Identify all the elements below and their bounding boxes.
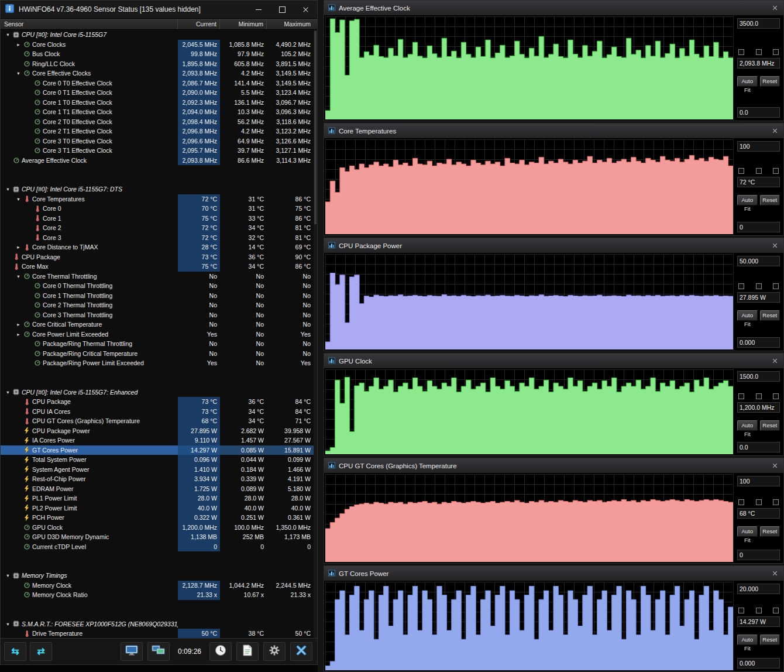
axis-max-value[interactable]: 50.000 <box>737 256 780 266</box>
report-button[interactable] <box>236 642 259 661</box>
scale-checkbox-1[interactable] <box>738 283 744 289</box>
sensor-row[interactable]: Total System Power0.096 W0.044 W0.099 W <box>1 455 317 465</box>
sensor-group-row[interactable]: ▾CPU [#0]: Intel Core i5-1155G7: DTS <box>1 184 317 194</box>
sensor-row[interactable]: CPU Package Power27.895 W2.682 W39.958 W <box>1 426 317 436</box>
chevron-right-icon[interactable]: ▸ <box>15 242 22 252</box>
scale-checkbox-2[interactable] <box>756 168 762 174</box>
chevron-down-icon[interactable]: ▾ <box>4 388 12 397</box>
auto-fit-button[interactable]: Auto Fit <box>737 76 758 87</box>
sensor-row[interactable]: Core 175 °C33 °C86 °C <box>1 214 317 224</box>
scale-checkbox-3[interactable] <box>773 49 779 55</box>
sensor-row[interactable]: Core 070 °C31 °C75 °C <box>1 204 317 214</box>
sensor-row[interactable]: Core 372 °C32 °C81 °C <box>1 233 317 243</box>
sensor-row[interactable]: CPU IA Cores73 °C34 °C84 °C <box>1 407 317 417</box>
graph-titlebar[interactable]: CPU Package Power <box>324 238 783 253</box>
reset-button[interactable]: Reset <box>760 76 780 87</box>
axis-min-value[interactable]: 0 <box>737 550 780 560</box>
chevron-down-icon[interactable]: ▾ <box>15 68 22 78</box>
sensor-row[interactable]: Core 2 Thermal ThrottlingNoNoNo <box>1 300 317 310</box>
sensor-row[interactable]: ▸Core Power Limit ExceededYesNoYes <box>1 330 317 340</box>
sensor-row[interactable]: Core 272 °C34 °C81 °C <box>1 223 317 233</box>
scan-forward-button[interactable]: ⇄ <box>30 642 52 661</box>
sensor-row[interactable]: Ring/LLC Clock1,895.8 MHz605.8 MHz3,891.… <box>1 59 317 69</box>
sensor-row[interactable]: ▸Core Critical TemperatureNoNoNo <box>1 320 317 330</box>
sensor-row[interactable]: ▸Core Distance to TjMAX28 °C14 °C69 °C <box>1 242 317 252</box>
graph-titlebar[interactable]: GPU Clock <box>324 354 783 368</box>
scale-checkbox-1[interactable] <box>738 168 744 174</box>
vertical-scrollbar[interactable] <box>314 30 317 638</box>
window-titlebar[interactable]: HWiNFO64 v7.36-4960 Sensor Status [135 v… <box>1 1 317 18</box>
sensor-row[interactable]: PL2 Power Limit40.0 W40.0 W40.0 W <box>1 503 317 513</box>
axis-min-value[interactable]: 0.000 <box>737 658 780 668</box>
sensor-row[interactable]: ▾Core Thermal ThrottlingNoNoNo <box>1 272 317 282</box>
sensor-row[interactable]: GPU D3D Memory Dynamic1,138 MB252 MB1,17… <box>1 532 317 542</box>
sensor-row[interactable]: IA Cores Power9.110 W1.457 W27.567 W <box>1 436 317 445</box>
maximize-button[interactable] <box>270 1 294 18</box>
sensor-row[interactable]: Average Effective Clock2,093.8 MHz86.6 M… <box>1 156 317 166</box>
column-current[interactable]: Current <box>178 19 220 29</box>
auto-fit-button[interactable]: Auto Fit <box>737 195 758 205</box>
sensor-row[interactable]: CPU Package73 °C36 °C90 °C <box>1 252 317 262</box>
reset-button[interactable]: Reset <box>760 195 780 205</box>
sensor-row[interactable]: Core 2 T0 Effective Clock2,098.4 MHz56.2… <box>1 117 317 127</box>
sensor-row[interactable]: Core 1 T1 Effective Clock2,094.0 MHz10.3… <box>1 107 317 117</box>
scan-backward-button[interactable]: ⇆ <box>4 642 26 661</box>
scale-checkbox-3[interactable] <box>773 393 779 399</box>
scale-checkbox-2[interactable] <box>756 49 762 55</box>
graph-close-button[interactable] <box>770 4 779 13</box>
sensor-row[interactable]: Package/Ring Critical TemperatureNoNoNo <box>1 349 317 359</box>
scale-checkbox-3[interactable] <box>773 608 779 613</box>
sensor-group-row[interactable]: ▾S.M.A.R.T.: FORESEE XP1000F512G (NE8069… <box>1 619 317 629</box>
sensor-row[interactable]: EDRAM Power1.725 W0.089 W5.180 W <box>1 484 317 494</box>
scrollbar-thumb[interactable] <box>314 31 317 224</box>
axis-min-value[interactable]: 0.0 <box>737 442 780 452</box>
close-button[interactable] <box>294 1 317 18</box>
graph-titlebar[interactable]: Average Effective Clock <box>324 1 783 15</box>
sensor-row[interactable]: ▾Core Temperatures72 °C31 °C86 °C <box>1 194 317 204</box>
chevron-down-icon[interactable]: ▾ <box>4 184 12 194</box>
sensor-row[interactable]: System Agent Power1.410 W0.184 W1.466 W <box>1 465 317 475</box>
sensor-row[interactable]: Core 0 T0 Effective Clock2,086.7 MHz141.… <box>1 78 317 88</box>
scale-checkbox-3[interactable] <box>773 168 779 174</box>
sensor-row[interactable]: Core 2 T1 Effective Clock2,096.8 MHz4.2 … <box>1 126 317 136</box>
graph-close-button[interactable] <box>770 126 779 136</box>
axis-max-value[interactable]: 100 <box>737 476 780 486</box>
chevron-down-icon[interactable]: ▾ <box>4 571 12 580</box>
exit-button[interactable] <box>290 642 312 661</box>
auto-fit-button[interactable]: Auto Fit <box>737 310 758 321</box>
sensor-row[interactable]: Core 1 T0 Effective Clock2,092.3 MHz136.… <box>1 98 317 108</box>
chevron-down-icon[interactable]: ▾ <box>15 272 22 281</box>
system-summary-button[interactable] <box>121 642 143 661</box>
chevron-down-icon[interactable]: ▾ <box>4 619 12 629</box>
sensor-row[interactable]: Core 0 Thermal ThrottlingNoNoNo <box>1 281 317 291</box>
remote-sensor-button[interactable] <box>147 642 170 661</box>
scale-checkbox-1[interactable] <box>738 49 744 55</box>
sensor-group-row[interactable]: ▾Memory Timings <box>1 571 317 581</box>
reset-button[interactable]: Reset <box>760 420 780 431</box>
sensor-row[interactable]: Package/Ring Power Limit ExceededYesNoYe… <box>1 358 317 368</box>
auto-fit-button[interactable]: Auto Fit <box>737 526 758 537</box>
sensor-row[interactable]: Core 3 T1 Effective Clock2,095.7 MHz39.7… <box>1 146 317 156</box>
auto-fit-button[interactable]: Auto Fit <box>737 420 758 431</box>
chevron-down-icon[interactable]: ▾ <box>4 30 12 39</box>
scale-checkbox-3[interactable] <box>773 499 779 505</box>
graph-titlebar[interactable]: GT Cores Power <box>324 566 783 581</box>
minimize-button[interactable] <box>247 1 270 18</box>
sensor-row[interactable]: Bus Clock99.8 MHz97.9 MHz105.2 MHz <box>1 49 317 59</box>
column-maximum[interactable]: Maximum <box>267 19 317 29</box>
settings-button[interactable] <box>263 642 286 661</box>
axis-min-value[interactable]: 0 <box>737 222 780 232</box>
scale-checkbox-2[interactable] <box>756 283 762 289</box>
sensor-row[interactable]: CPU Package73 °C36 °C84 °C <box>1 397 317 407</box>
reset-button[interactable]: Reset <box>760 310 780 321</box>
reset-button[interactable]: Reset <box>760 526 780 537</box>
sensor-row[interactable]: Memory Clock2,128.7 MHz1,044.2 MHz2,244.… <box>1 581 317 591</box>
axis-min-value[interactable]: 0.000 <box>737 337 780 348</box>
sensor-group-row[interactable]: ▾CPU [#0]: Intel Core i5-1155G7: Enhance… <box>1 388 317 397</box>
sensor-row[interactable]: ▾Core Effective Clocks2,093.8 MHz4.2 MHz… <box>1 68 317 78</box>
graph-titlebar[interactable]: CPU GT Cores (Graphics) Temperature <box>324 458 783 473</box>
sensor-row[interactable]: PCH Power0.322 W0.251 W0.361 W <box>1 513 317 523</box>
sensor-row[interactable]: GPU Clock1,200.0 MHz100.0 MHz1,350.0 MHz <box>1 523 317 533</box>
sensor-group-row[interactable]: ▾CPU [#0]: Intel Core i5-1155G7 <box>1 30 317 40</box>
axis-max-value[interactable]: 20.000 <box>737 584 780 594</box>
